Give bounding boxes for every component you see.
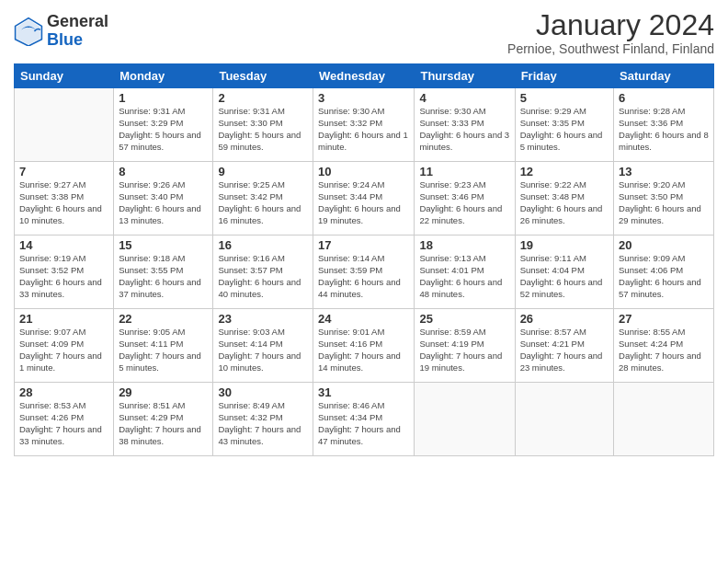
logo: General Blue <box>14 13 108 50</box>
table-row: 13Sunrise: 9:20 AM Sunset: 3:50 PM Dayli… <box>614 162 714 236</box>
day-info: Sunrise: 9:30 AM Sunset: 3:33 PM Dayligh… <box>419 106 509 153</box>
day-number: 9 <box>218 165 308 178</box>
col-wednesday: Wednesday <box>313 64 415 88</box>
table-row: 29Sunrise: 8:51 AM Sunset: 4:29 PM Dayli… <box>114 383 213 456</box>
day-number: 23 <box>218 312 308 326</box>
table-row <box>15 88 114 162</box>
day-info: Sunrise: 8:46 AM Sunset: 4:34 PM Dayligh… <box>318 400 409 447</box>
day-info: Sunrise: 9:09 AM Sunset: 4:06 PM Dayligh… <box>619 253 709 300</box>
table-row: 2Sunrise: 9:31 AM Sunset: 3:30 PM Daylig… <box>213 88 313 162</box>
day-number: 12 <box>520 165 609 178</box>
table-row: 25Sunrise: 8:59 AM Sunset: 4:19 PM Dayli… <box>415 309 515 383</box>
day-number: 7 <box>19 165 108 178</box>
day-number: 24 <box>318 312 409 326</box>
day-info: Sunrise: 9:05 AM Sunset: 4:11 PM Dayligh… <box>119 327 208 373</box>
logo-text: General Blue <box>47 13 108 50</box>
day-number: 4 <box>419 91 509 105</box>
day-info: Sunrise: 9:07 AM Sunset: 4:09 PM Dayligh… <box>19 327 108 373</box>
page: General Blue January 2024 Pernioe, South… <box>0 0 728 563</box>
col-friday: Friday <box>515 64 613 88</box>
table-row: 4Sunrise: 9:30 AM Sunset: 3:33 PM Daylig… <box>415 88 515 162</box>
day-info: Sunrise: 9:11 AM Sunset: 4:04 PM Dayligh… <box>520 253 609 300</box>
table-row: 19Sunrise: 9:11 AM Sunset: 4:04 PM Dayli… <box>515 236 613 309</box>
col-thursday: Thursday <box>415 64 515 88</box>
day-number: 8 <box>119 165 208 178</box>
table-row <box>415 383 515 456</box>
day-info: Sunrise: 9:23 AM Sunset: 3:46 PM Dayligh… <box>419 179 509 226</box>
day-info: Sunrise: 9:27 AM Sunset: 3:38 PM Dayligh… <box>19 179 108 226</box>
calendar-week-row: 28Sunrise: 8:53 AM Sunset: 4:26 PM Dayli… <box>15 383 714 456</box>
day-number: 6 <box>619 91 709 105</box>
table-row: 3Sunrise: 9:30 AM Sunset: 3:32 PM Daylig… <box>313 88 415 162</box>
day-number: 13 <box>619 165 709 178</box>
table-row: 23Sunrise: 9:03 AM Sunset: 4:14 PM Dayli… <box>213 309 313 383</box>
day-info: Sunrise: 9:26 AM Sunset: 3:40 PM Dayligh… <box>119 179 208 226</box>
table-row: 18Sunrise: 9:13 AM Sunset: 4:01 PM Dayli… <box>415 236 515 309</box>
day-number: 11 <box>419 165 509 178</box>
logo-blue: Blue <box>47 30 83 49</box>
table-row: 15Sunrise: 9:18 AM Sunset: 3:55 PM Dayli… <box>114 236 213 309</box>
day-info: Sunrise: 9:19 AM Sunset: 3:52 PM Dayligh… <box>19 253 108 300</box>
day-info: Sunrise: 9:16 AM Sunset: 3:57 PM Dayligh… <box>218 253 308 300</box>
table-row: 14Sunrise: 9:19 AM Sunset: 3:52 PM Dayli… <box>15 236 114 309</box>
table-row: 16Sunrise: 9:16 AM Sunset: 3:57 PM Dayli… <box>213 236 313 309</box>
logo-icon <box>14 17 43 46</box>
table-row: 8Sunrise: 9:26 AM Sunset: 3:40 PM Daylig… <box>114 162 213 236</box>
day-number: 25 <box>419 312 509 326</box>
calendar-header-row: Sunday Monday Tuesday Wednesday Thursday… <box>15 64 714 88</box>
day-number: 16 <box>218 238 308 252</box>
table-row: 31Sunrise: 8:46 AM Sunset: 4:34 PM Dayli… <box>313 383 415 456</box>
table-row: 10Sunrise: 9:24 AM Sunset: 3:44 PM Dayli… <box>313 162 415 236</box>
day-info: Sunrise: 9:31 AM Sunset: 3:30 PM Dayligh… <box>218 106 308 153</box>
table-row: 22Sunrise: 9:05 AM Sunset: 4:11 PM Dayli… <box>114 309 213 383</box>
day-number: 26 <box>520 312 609 326</box>
day-info: Sunrise: 9:30 AM Sunset: 3:32 PM Dayligh… <box>318 106 409 153</box>
day-info: Sunrise: 9:13 AM Sunset: 4:01 PM Dayligh… <box>419 253 509 300</box>
table-row: 24Sunrise: 9:01 AM Sunset: 4:16 PM Dayli… <box>313 309 415 383</box>
day-info: Sunrise: 8:57 AM Sunset: 4:21 PM Dayligh… <box>520 327 609 373</box>
day-number: 14 <box>19 238 108 252</box>
calendar-table: Sunday Monday Tuesday Wednesday Thursday… <box>14 63 714 456</box>
day-number: 29 <box>119 385 208 399</box>
calendar-week-row: 14Sunrise: 9:19 AM Sunset: 3:52 PM Dayli… <box>15 236 714 309</box>
day-number: 21 <box>19 312 108 326</box>
table-row: 12Sunrise: 9:22 AM Sunset: 3:48 PM Dayli… <box>515 162 613 236</box>
calendar-week-row: 21Sunrise: 9:07 AM Sunset: 4:09 PM Dayli… <box>15 309 714 383</box>
table-row: 28Sunrise: 8:53 AM Sunset: 4:26 PM Dayli… <box>15 383 114 456</box>
day-number: 15 <box>119 238 208 252</box>
table-row: 9Sunrise: 9:25 AM Sunset: 3:42 PM Daylig… <box>213 162 313 236</box>
table-row: 17Sunrise: 9:14 AM Sunset: 3:59 PM Dayli… <box>313 236 415 309</box>
table-row: 6Sunrise: 9:28 AM Sunset: 3:36 PM Daylig… <box>614 88 714 162</box>
col-saturday: Saturday <box>614 64 714 88</box>
day-info: Sunrise: 9:29 AM Sunset: 3:35 PM Dayligh… <box>520 106 609 153</box>
day-number: 10 <box>318 165 409 178</box>
day-info: Sunrise: 9:01 AM Sunset: 4:16 PM Dayligh… <box>318 327 409 373</box>
day-number: 22 <box>119 312 208 326</box>
day-info: Sunrise: 9:22 AM Sunset: 3:48 PM Dayligh… <box>520 179 609 226</box>
logo-general: General <box>47 12 108 30</box>
day-info: Sunrise: 9:31 AM Sunset: 3:29 PM Dayligh… <box>119 106 208 153</box>
table-row: 21Sunrise: 9:07 AM Sunset: 4:09 PM Dayli… <box>15 309 114 383</box>
day-number: 18 <box>419 238 509 252</box>
day-info: Sunrise: 8:49 AM Sunset: 4:32 PM Dayligh… <box>218 400 308 447</box>
month-title: January 2024 <box>507 9 714 41</box>
day-info: Sunrise: 9:24 AM Sunset: 3:44 PM Dayligh… <box>318 179 409 226</box>
day-info: Sunrise: 9:25 AM Sunset: 3:42 PM Dayligh… <box>218 179 308 226</box>
day-info: Sunrise: 9:03 AM Sunset: 4:14 PM Dayligh… <box>218 327 308 373</box>
day-number: 20 <box>619 238 709 252</box>
day-number: 2 <box>218 91 308 105</box>
table-row: 1Sunrise: 9:31 AM Sunset: 3:29 PM Daylig… <box>114 88 213 162</box>
day-number: 3 <box>318 91 409 105</box>
day-number: 5 <box>520 91 609 105</box>
day-info: Sunrise: 8:53 AM Sunset: 4:26 PM Dayligh… <box>19 400 108 447</box>
table-row: 27Sunrise: 8:55 AM Sunset: 4:24 PM Dayli… <box>614 309 714 383</box>
table-row: 20Sunrise: 9:09 AM Sunset: 4:06 PM Dayli… <box>614 236 714 309</box>
col-sunday: Sunday <box>15 64 114 88</box>
day-info: Sunrise: 8:51 AM Sunset: 4:29 PM Dayligh… <box>119 400 208 447</box>
day-info: Sunrise: 9:20 AM Sunset: 3:50 PM Dayligh… <box>619 179 709 226</box>
table-row <box>515 383 613 456</box>
day-info: Sunrise: 9:28 AM Sunset: 3:36 PM Dayligh… <box>619 106 709 153</box>
header: General Blue January 2024 Pernioe, South… <box>14 9 714 56</box>
table-row: 11Sunrise: 9:23 AM Sunset: 3:46 PM Dayli… <box>415 162 515 236</box>
calendar-week-row: 7Sunrise: 9:27 AM Sunset: 3:38 PM Daylig… <box>15 162 714 236</box>
